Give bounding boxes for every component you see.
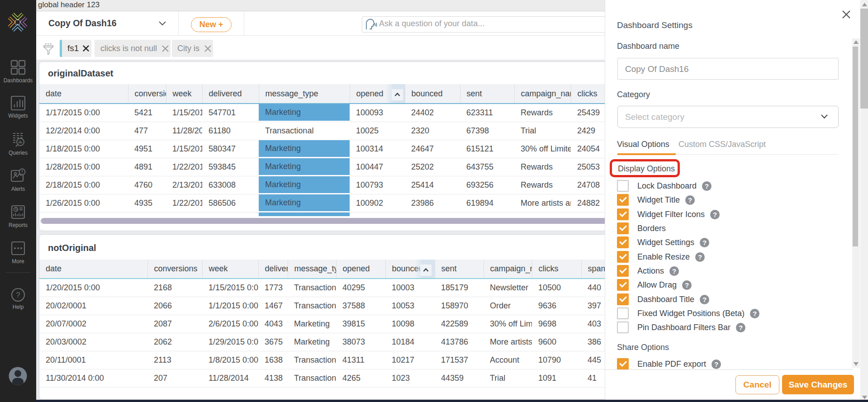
svg-text:?: ? xyxy=(16,291,20,299)
